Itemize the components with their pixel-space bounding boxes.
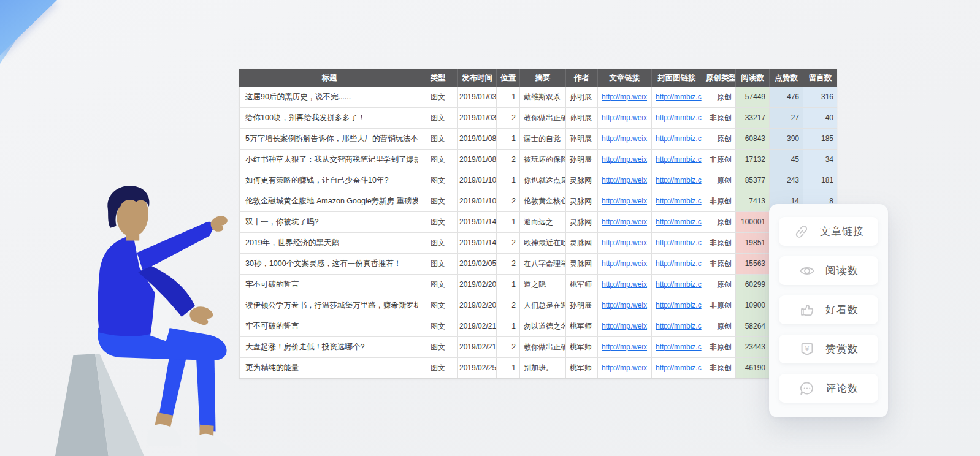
reads-cell: 58264 [736,316,770,336]
summary-cell: 教你做出正确 [520,337,566,357]
column-header: 阅读数 [736,69,770,87]
date-cell: 2019/01/14 [458,212,497,232]
original-type-cell: 非原创 [702,254,736,274]
original-type-cell: 非原创 [702,337,736,357]
author-cell: 孙明展 [566,295,598,316]
date-cell: 2019/01/10 [458,170,497,191]
position-cell: 1 [497,316,520,336]
likes-cell: 476 [770,87,803,107]
title-cell: 读伊顿公学万卷书，行温莎城堡万里路，赚希斯罗机场 [239,295,418,316]
table-row: 牢不可破的誓言 图文 2019/02/21 1 勿以道德之名 桃军师 http:… [239,316,837,337]
author-cell: 灵脉网 [566,170,598,191]
reads-cell: 57449 [736,87,770,107]
title-cell: 伦敦金融城黄金腹地 Amazon Google旁新房 重磅发售 [239,191,418,211]
title-cell: 大盘起涨！房价走低！投资选哪个? [239,337,418,357]
title-cell: 更为精纯的能量 [239,358,418,378]
panel-item-rewards[interactable]: ¥ 赞赏数 [779,335,878,363]
corner-triangle-decoration [0,0,74,74]
article-link[interactable]: http://mp.weix [598,108,652,128]
type-cell: 图文 [418,170,458,191]
cover-link[interactable]: http://mmbiz.c [652,254,702,274]
title-cell: 这届90后的黑历史，说不完...... [239,87,418,107]
summary-cell: 戴维斯双杀 [520,87,566,107]
article-link[interactable]: http://mp.weix [598,212,652,232]
likes-cell: 27 [770,108,803,128]
position-cell: 1 [497,129,520,149]
comments-cell: 34 [803,150,837,170]
author-cell: 灵脉网 [566,212,598,232]
author-cell: 孙明展 [566,108,598,128]
cover-link[interactable]: http://mmbiz.c [652,170,702,191]
cover-link[interactable]: http://mmbiz.c [652,87,702,107]
article-link[interactable]: http://mp.weix [598,191,652,211]
summary-cell: 伦敦黄金核心 [520,191,566,211]
cover-link[interactable]: http://mmbiz.c [652,108,702,128]
column-header: 封面图链接 [652,69,702,87]
summary-cell: 勿以道德之名 [520,316,566,336]
title-cell: 30秒，1000个文案灵感，这有一份真香推荐！ [239,254,418,274]
table-row: 双十一，你被坑了吗? 图文 2019/01/14 1 避而远之 灵脉网 http… [239,212,837,233]
article-link[interactable]: http://mp.weix [598,275,652,295]
article-link[interactable]: http://mp.weix [598,295,652,316]
panel-item-likes[interactable]: 好看数 [779,295,878,324]
position-cell: 2 [497,337,520,357]
title-cell: 小红书种草太狠了：我从交智商税笔记里学到了爆款套路 [239,150,418,170]
column-header: 发布时间 [458,69,497,87]
panel-item-reads[interactable]: 阅读数 [779,256,878,285]
author-cell: 孙明展 [566,87,598,107]
table-row: 这届90后的黑历史，说不完...... 图文 2019/01/03 1 戴维斯双… [239,87,837,108]
article-link[interactable]: http://mp.weix [598,150,652,170]
cover-link[interactable]: http://mmbiz.c [652,233,702,253]
table-row: 如何更有策略的赚钱，让自己少奋斗10年? 图文 2019/01/10 1 你也就… [239,170,837,191]
original-type-cell: 非原创 [702,150,736,170]
author-cell: 灵脉网 [566,254,598,274]
comment-icon [798,380,816,397]
title-cell: 牢不可破的誓言 [239,316,418,336]
cover-link[interactable]: http://mmbiz.c [652,275,702,295]
panel-item-label: 好看数 [825,303,859,317]
type-cell: 图文 [418,254,458,274]
table-header-row: 标题类型发布时间位置摘要作者文章链接封面图链接原创类型阅读数点赞数留言数 [239,69,837,87]
cover-link[interactable]: http://mmbiz.c [652,358,702,378]
position-cell: 1 [497,212,520,232]
article-link[interactable]: http://mp.weix [598,87,652,107]
article-link[interactable]: http://mp.weix [598,337,652,357]
panel-item-label: 评论数 [825,381,859,395]
person-illustration [46,172,248,456]
summary-cell: 教你做出正确 [520,108,566,128]
cover-link[interactable]: http://mmbiz.c [652,129,702,149]
cover-link[interactable]: http://mmbiz.c [652,150,702,170]
cover-link[interactable]: http://mmbiz.c [652,212,702,232]
date-cell: 2019/01/03 [458,87,497,107]
article-link[interactable]: http://mp.weix [598,129,652,149]
reads-cell: 33217 [736,108,770,128]
reads-cell: 60843 [736,129,770,149]
author-cell: 灵脉网 [566,233,598,253]
column-header: 点赞数 [770,69,803,87]
articles-table: 标题类型发布时间位置摘要作者文章链接封面图链接原创类型阅读数点赞数留言数 这届9… [239,69,837,379]
panel-item-article-link[interactable]: 文章链接 [779,217,878,246]
cover-link[interactable]: http://mmbiz.c [652,295,702,316]
panel-item-comments[interactable]: 评论数 [779,374,878,403]
article-link[interactable]: http://mp.weix [598,233,652,253]
link-icon [793,223,810,240]
likes-cell: 390 [770,129,803,149]
eye-icon [798,262,816,279]
cover-link[interactable]: http://mmbiz.c [652,337,702,357]
original-type-cell: 原创 [702,275,736,295]
article-link[interactable]: http://mp.weix [598,316,652,336]
reads-cell: 85377 [736,170,770,191]
article-link[interactable]: http://mp.weix [598,358,652,378]
title-cell: 给你100块，别再给我发拼多多了！ [239,108,418,128]
summary-cell: 别加班。 [520,358,566,378]
table-row: 更为精纯的能量 图文 2019/02/25 1 别加班。 桃军师 http://… [239,358,837,379]
cover-link[interactable]: http://mmbiz.c [652,191,702,211]
date-cell: 2019/01/03 [458,108,497,128]
article-link[interactable]: http://mp.weix [598,170,652,191]
thumbs-up-icon [798,302,816,319]
cover-link[interactable]: http://mmbiz.c [652,316,702,336]
article-link[interactable]: http://mp.weix [598,254,652,274]
summary-cell: 道之隐 [520,275,566,295]
table-row: 读伊顿公学万卷书，行温莎城堡万里路，赚希斯罗机场 图文 2019/02/20 2… [239,295,837,316]
author-cell: 桃军师 [566,316,598,336]
